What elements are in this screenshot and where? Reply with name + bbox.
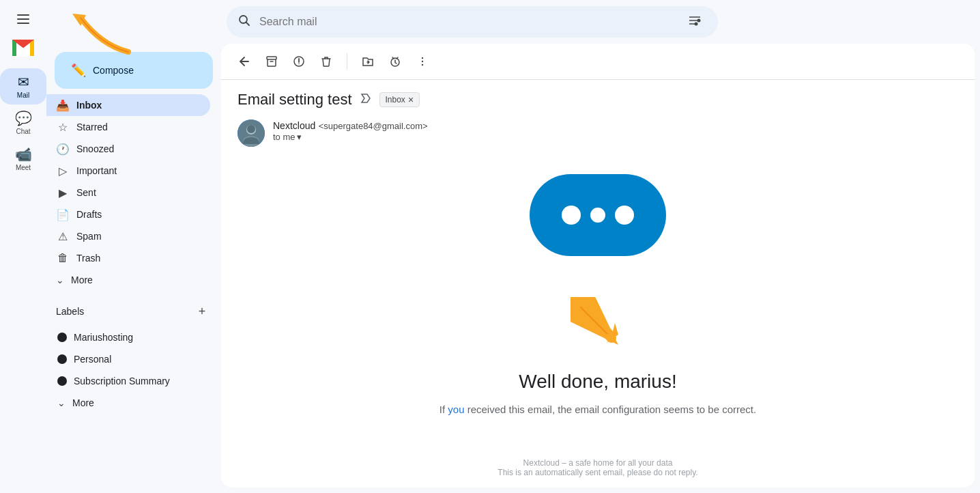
config-text: If you received this email, the email co… xyxy=(439,404,756,415)
labels-add-button[interactable]: + xyxy=(192,302,212,321)
avatar-image xyxy=(237,119,265,147)
snoozed-icon: 🕐 xyxy=(56,143,70,156)
gmail-m-icon xyxy=(11,38,35,57)
nav-item-inbox[interactable]: 📥 Inbox xyxy=(46,94,210,116)
sender-avatar xyxy=(237,119,265,147)
search-input[interactable] xyxy=(259,16,674,28)
delete-button[interactable] xyxy=(314,49,338,74)
labels-section: Labels + Mariushosting Personal Subscrip… xyxy=(46,299,221,414)
search-box xyxy=(227,6,718,38)
email-subject: Email setting test xyxy=(237,91,352,109)
nav-item-drafts[interactable]: 📄 Drafts xyxy=(46,203,210,225)
hamburger-menu-button[interactable] xyxy=(10,5,37,33)
orange-arrow-wrapper xyxy=(571,297,625,354)
nav-more-label: More xyxy=(71,274,93,285)
nc-dot-3 xyxy=(615,206,634,225)
nav-item-spam[interactable]: ⚠ Spam xyxy=(46,225,210,247)
nav-snoozed-label: Snoozed xyxy=(76,143,114,154)
nav-spam-label: Spam xyxy=(76,231,102,242)
you-text: you xyxy=(448,404,464,415)
archive-button[interactable] xyxy=(259,49,284,74)
label-dot-mariushosting xyxy=(57,333,67,342)
to-me-chevron-icon: ▾ xyxy=(297,132,302,142)
label-item-mariushosting[interactable]: Mariushosting xyxy=(55,326,202,348)
iconbar-item-chat[interactable]: 💬 Chat xyxy=(0,104,46,141)
search-svg xyxy=(237,14,251,27)
compose-label: Compose xyxy=(93,65,134,76)
svg-line-7 xyxy=(246,22,250,25)
label-subscription-text: Subscription Summary xyxy=(74,376,170,386)
hamburger-line-2 xyxy=(17,18,29,20)
move-icon xyxy=(362,55,374,68)
spam-toolbar-icon xyxy=(293,55,305,68)
nav-inbox-label: Inbox xyxy=(76,100,102,111)
back-button[interactable] xyxy=(232,49,257,74)
sent-icon: ▶ xyxy=(56,186,70,199)
svg-point-24 xyxy=(247,125,255,133)
inbox-icon: 📥 xyxy=(56,99,70,112)
nav-more-button[interactable]: ⌄ More xyxy=(46,269,210,291)
iconbar-chat-label: Chat xyxy=(16,128,30,135)
nav-trash-label: Trash xyxy=(76,253,100,264)
inbox-tag: Inbox × xyxy=(379,92,420,107)
search-row xyxy=(221,0,980,44)
nav-item-trash[interactable]: 🗑 Trash xyxy=(46,247,210,269)
filter-icon xyxy=(688,14,702,27)
toolbar-divider xyxy=(347,53,347,70)
email-subject-bar: Email setting test Inbox × xyxy=(221,80,975,114)
mail-icon: ✉ xyxy=(18,74,29,90)
sender-row: Nextcloud <supergate84@gmail.com> to me … xyxy=(221,114,975,158)
nav-item-sent[interactable]: ▶ Sent xyxy=(46,182,210,203)
sidebar: ✏️ Compose 📥 Inbox ☆ Starred 🕐 Snoozed ▷… xyxy=(46,0,221,493)
chevron-down-icon: ⌄ xyxy=(56,274,64,285)
email-body: Well done, marius! If you received this … xyxy=(221,158,975,431)
label-item-personal[interactable]: Personal xyxy=(55,348,202,370)
svg-point-12 xyxy=(695,22,698,25)
footer-line1: Nextcloud – a safe home for all your dat… xyxy=(237,458,958,468)
nav-starred-label: Starred xyxy=(76,122,108,132)
back-icon xyxy=(238,55,250,68)
nav-item-starred[interactable]: ☆ Starred xyxy=(46,116,210,138)
nav-item-snoozed[interactable]: 🕐 Snoozed xyxy=(46,138,210,160)
logo-wrapper xyxy=(530,174,666,283)
email-content: Email setting test Inbox × xyxy=(221,44,975,488)
to-me-text: to me xyxy=(273,132,296,142)
email-footer: Nextcloud – a safe home for all your dat… xyxy=(221,431,975,488)
left-icon-bar: ✉ Mail 💬 Chat 📹 Meet xyxy=(0,0,46,493)
labels-header-text: Labels xyxy=(56,306,84,317)
important-chevron-icon xyxy=(360,93,371,104)
label-item-subscription-summary[interactable]: Subscription Summary xyxy=(55,370,202,392)
label-personal-text: Personal xyxy=(74,354,111,365)
labels-more-button[interactable]: ⌄ More xyxy=(55,392,202,414)
search-filter-button[interactable] xyxy=(682,8,707,36)
iconbar-mail-label: Mail xyxy=(17,91,29,99)
svg-point-19 xyxy=(422,64,423,66)
move-to-button[interactable] xyxy=(356,49,380,74)
report-spam-button[interactable] xyxy=(287,49,311,74)
meet-icon: 📹 xyxy=(15,146,32,163)
nav-item-important[interactable]: ▷ Important xyxy=(46,160,210,182)
nav-sent-label: Sent xyxy=(76,187,96,198)
search-icon xyxy=(237,14,251,31)
nc-dot-1 xyxy=(562,206,581,225)
nc-dot-2 xyxy=(590,208,605,223)
labels-header: Labels + xyxy=(55,299,213,324)
compose-button[interactable]: ✏️ Compose xyxy=(55,52,213,89)
svg-point-11 xyxy=(697,18,701,22)
nextcloud-dots xyxy=(562,206,634,225)
hamburger-line-3 xyxy=(17,23,29,24)
labels-chevron-down-icon: ⌄ xyxy=(57,397,66,408)
to-me-row[interactable]: to me ▾ xyxy=(273,132,958,142)
orange-arrow-svg xyxy=(571,297,625,352)
important-tag-icon xyxy=(360,93,371,107)
inbox-tag-close-button[interactable]: × xyxy=(408,94,414,105)
snooze-button[interactable] xyxy=(383,49,407,74)
sender-details: Nextcloud <supergate84@gmail.com> to me … xyxy=(273,119,958,142)
svg-point-15 xyxy=(298,64,300,65)
hamburger-line-1 xyxy=(17,14,29,16)
iconbar-item-mail[interactable]: ✉ Mail xyxy=(0,68,46,104)
important-nav-icon: ▷ xyxy=(56,165,70,178)
more-toolbar-button[interactable] xyxy=(410,49,435,74)
sender-name-row: Nextcloud <supergate84@gmail.com> xyxy=(273,119,958,132)
iconbar-item-meet[interactable]: 📹 Meet xyxy=(0,141,46,177)
